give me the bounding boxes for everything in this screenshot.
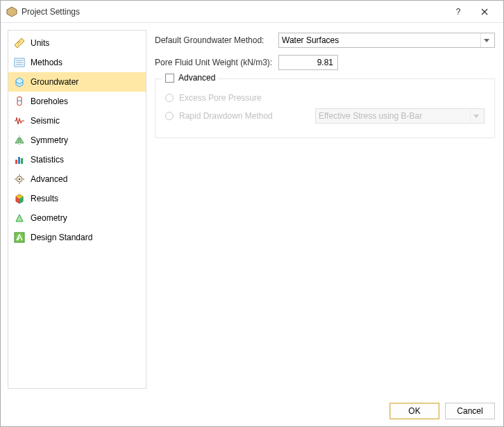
- sidebar-item-seismic[interactable]: Seismic: [8, 111, 146, 131]
- content: Units Methods Groundwater Boreholes Seis…: [1, 23, 503, 396]
- chevron-down-icon: [480, 33, 492, 47]
- titlebar: Project Settings ?: [1, 1, 503, 23]
- default-method-label: Default Groundwater Method:: [155, 35, 273, 45]
- advanced-checkbox[interactable]: [165, 74, 174, 83]
- sidebar-item-label: Geometry: [31, 213, 67, 223]
- svg-marker-12: [15, 137, 19, 143]
- svg-rect-15: [18, 157, 20, 164]
- sidebar-item-groundwater[interactable]: Groundwater: [8, 72, 146, 92]
- results-cube-icon: [14, 193, 25, 204]
- lambda-icon: [14, 232, 25, 243]
- main-panel: Default Groundwater Method: Water Surfac…: [153, 30, 496, 389]
- svg-point-18: [19, 178, 21, 181]
- seismic-icon: [14, 115, 25, 126]
- svg-marker-0: [7, 7, 17, 17]
- ok-button[interactable]: OK: [389, 403, 439, 419]
- excess-pore-label: Excess Pore Pressure: [179, 93, 262, 103]
- ruler-icon: [14, 37, 25, 49]
- default-method-row: Default Groundwater Method: Water Surfac…: [155, 33, 495, 48]
- help-button[interactable]: ?: [445, 2, 471, 22]
- sidebar-item-statistics[interactable]: Statistics: [8, 150, 146, 169]
- sidebar-item-units[interactable]: Units: [8, 33, 146, 53]
- sidebar-item-label: Groundwater: [31, 77, 78, 87]
- sidebar-item-geometry[interactable]: Geometry: [8, 208, 146, 228]
- sidebar-item-methods[interactable]: Methods: [8, 53, 146, 72]
- pore-weight-row: Pore Fluid Unit Weight (kN/m3):: [155, 55, 495, 70]
- sidebar-item-results[interactable]: Results: [8, 189, 146, 208]
- svg-marker-27: [16, 215, 23, 221]
- water-cube-icon: [14, 76, 25, 87]
- rapid-drawdown-radio: [165, 112, 174, 120]
- rapid-drawdown-value: Effective Stress using B-Bar: [319, 111, 470, 121]
- borehole-icon: [14, 96, 25, 107]
- cancel-button[interactable]: Cancel: [445, 403, 495, 419]
- geometry-icon: [14, 212, 25, 224]
- sidebar-item-label: Advanced: [31, 174, 67, 184]
- advanced-legend-label: Advanced: [178, 73, 215, 83]
- pore-weight-input[interactable]: [278, 55, 338, 70]
- sidebar-item-boreholes[interactable]: Boreholes: [8, 92, 146, 111]
- excess-pore-radio: [165, 94, 174, 102]
- sidebar: Units Methods Groundwater Boreholes Seis…: [8, 30, 146, 389]
- svg-marker-29: [484, 39, 489, 42]
- sidebar-item-label: Symmetry: [31, 135, 68, 145]
- sidebar-item-advanced[interactable]: Advanced: [8, 169, 146, 189]
- sidebar-item-label: Units: [31, 38, 49, 48]
- footer: OK Cancel: [1, 396, 503, 426]
- symmetry-icon: [14, 135, 25, 146]
- svg-marker-1: [15, 38, 24, 48]
- chevron-down-icon: [470, 109, 481, 123]
- svg-rect-14: [15, 160, 17, 164]
- sidebar-item-label: Seismic: [31, 116, 60, 126]
- pore-weight-label: Pore Fluid Unit Weight (kN/m3):: [155, 58, 273, 67]
- sidebar-item-label: Methods: [31, 58, 62, 67]
- close-button[interactable]: [471, 2, 498, 22]
- sidebar-item-label: Results: [31, 194, 58, 203]
- sidebar-item-design-standard[interactable]: Design Standard: [8, 228, 146, 247]
- app-icon: [6, 6, 17, 17]
- default-method-combo[interactable]: Water Surfaces: [278, 33, 495, 48]
- svg-marker-13: [20, 137, 24, 143]
- advanced-legend: Advanced: [162, 73, 218, 83]
- advanced-fieldset: Advanced Excess Pore Pressure Rapid Draw…: [155, 78, 495, 138]
- svg-rect-16: [21, 158, 23, 164]
- list-icon: [14, 57, 25, 68]
- sidebar-item-label: Statistics: [31, 155, 64, 165]
- bar-chart-icon: [14, 154, 25, 165]
- excess-pore-option: Excess Pore Pressure: [165, 89, 485, 107]
- rapid-drawdown-option: Rapid Drawdown Method Effective Stress u…: [165, 107, 485, 125]
- gear-icon: [14, 174, 25, 185]
- window-title: Project Settings: [22, 7, 445, 17]
- rapid-drawdown-label: Rapid Drawdown Method: [179, 111, 273, 121]
- rapid-drawdown-combo: Effective Stress using B-Bar: [315, 108, 485, 124]
- sidebar-item-symmetry[interactable]: Symmetry: [8, 131, 146, 150]
- sidebar-item-label: Design Standard: [31, 233, 92, 242]
- sidebar-item-label: Boreholes: [31, 97, 68, 106]
- default-method-value: Water Surfaces: [282, 35, 480, 45]
- svg-marker-30: [473, 115, 479, 118]
